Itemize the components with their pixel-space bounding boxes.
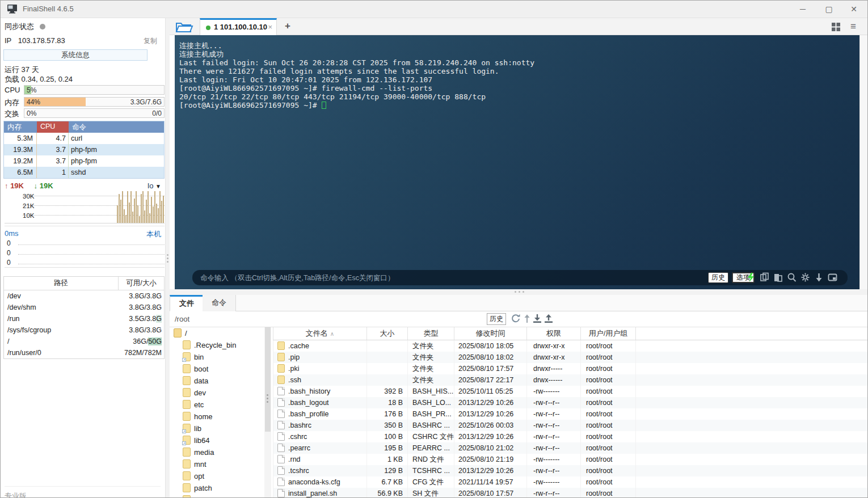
- process-table: 内存 CPU 命令 5.3M4.7curl 19.3M3.7php-fpm 19…: [3, 121, 165, 179]
- disk-row[interactable]: /run 3.5G/3.8G: [4, 313, 164, 324]
- file-row[interactable]: .tcshrc 129 B TCSHRC ... 2013/12/29 10:2…: [273, 465, 868, 476]
- copy-ip-button[interactable]: 复制: [144, 36, 157, 46]
- tree-item[interactable]: home: [170, 411, 264, 423]
- tree-item[interactable]: media: [170, 446, 264, 458]
- terminal-area: 连接主机...连接主机成功Last failed login: Sun Oct …: [170, 35, 868, 289]
- latency-row: 0: [5, 239, 165, 248]
- fullscreen-window-icon[interactable]: [828, 272, 837, 282]
- disk-row[interactable]: /run/user/0 782M/782M: [4, 347, 164, 358]
- file-row[interactable]: .bashrc 350 B BASHRC ... 2025/10/26 00:0…: [273, 420, 868, 431]
- new-tab-button[interactable]: +: [281, 19, 294, 33]
- quick-command-lightning-icon[interactable]: [746, 272, 756, 282]
- layout-grid-icon[interactable]: [831, 22, 842, 32]
- folder-icon: ↗: [183, 352, 191, 361]
- tree-item[interactable]: [170, 494, 264, 498]
- tree-item[interactable]: opt: [170, 470, 264, 482]
- tree-item-root[interactable]: /: [170, 327, 264, 339]
- meter-track: 5%: [24, 85, 165, 95]
- network-chart: 30K 21K 10K: [5, 192, 165, 223]
- process-row[interactable]: 19.3M3.7php-fpm: [4, 144, 164, 155]
- process-col-command[interactable]: 命令: [69, 121, 164, 133]
- file-row[interactable]: .cache 文件夹 2025/08/10 18:05 drwxr-xr-x r…: [273, 340, 868, 352]
- tree-item[interactable]: dev: [170, 387, 264, 399]
- minimize-button[interactable]: ─: [794, 2, 811, 16]
- file-col-header[interactable]: 权限: [527, 327, 581, 340]
- tree-item[interactable]: etc: [170, 399, 264, 411]
- menu-icon[interactable]: ≡: [848, 22, 859, 32]
- disk-col-path[interactable]: 路径: [4, 277, 119, 290]
- file-icon: [277, 455, 285, 463]
- file-row[interactable]: install_panel.sh 56.9 KB SH 文件 2025/08/1…: [273, 488, 868, 498]
- file-col-header[interactable]: 修改时间: [454, 327, 527, 340]
- tab-commands[interactable]: 命令: [203, 295, 236, 311]
- file-col-header[interactable]: 类型: [408, 327, 454, 340]
- tab-close-icon[interactable]: ×: [268, 23, 272, 31]
- download-icon[interactable]: [532, 314, 542, 324]
- refresh-icon[interactable]: [511, 314, 521, 324]
- command-input-bar[interactable]: 命令输入 （双击Ctrl切换,Alt历史,Tab路径/命令,Esc关闭窗口） 历…: [192, 270, 848, 285]
- down-arrow-icon: ↓ 19K: [34, 182, 53, 190]
- latency-host[interactable]: 本机: [146, 229, 161, 239]
- symlink-icon: ↗: [182, 441, 186, 445]
- tree-item[interactable]: data: [170, 375, 264, 387]
- tree-item[interactable]: ↗ bin: [170, 351, 264, 363]
- disk-row[interactable]: /sys/fs/cgroup 3.8G/3.8G: [4, 324, 164, 336]
- tree-item[interactable]: boot: [170, 363, 264, 375]
- tree-item[interactable]: ↗ lib64: [170, 434, 264, 446]
- file-row[interactable]: .bash_profile 176 B BASH_PR... 2013/12/2…: [273, 408, 868, 420]
- terminal-screen[interactable]: 连接主机...连接主机成功Last failed login: Sun Oct …: [175, 35, 859, 289]
- file-row[interactable]: .pip 文件夹 2025/08/10 18:02 drwxr-xr-x roo…: [273, 352, 868, 363]
- panel-splitter[interactable]: [170, 289, 868, 295]
- terminal-line: 连接主机成功: [179, 50, 534, 58]
- tree-item[interactable]: patch: [170, 482, 264, 494]
- process-row[interactable]: 19.2M3.7php-fpm: [4, 155, 164, 167]
- process-row[interactable]: 5.3M4.7curl: [4, 133, 164, 144]
- paste-icon[interactable]: [773, 272, 783, 282]
- sidebar-splitter[interactable]: [165, 18, 170, 498]
- up-directory-icon[interactable]: [522, 314, 532, 324]
- command-history-button[interactable]: 历史: [708, 272, 728, 283]
- path-history-button[interactable]: 历史: [487, 313, 506, 325]
- disk-col-size[interactable]: 可用/大小: [119, 277, 164, 290]
- file-row[interactable]: anaconda-ks.cfg 6.7 KB CFG 文件 2021/11/14…: [273, 476, 868, 488]
- process-row[interactable]: 6.5M1sshd: [4, 167, 164, 178]
- tree-item[interactable]: .Recycle_bin: [170, 339, 264, 351]
- tree-scrollbar[interactable]: [264, 327, 271, 498]
- disk-row[interactable]: /dev/shm 3.8G/3.8G: [4, 302, 164, 313]
- disk-row[interactable]: /dev 3.8G/3.8G: [4, 290, 164, 302]
- file-col-header[interactable]: 大小: [367, 327, 408, 340]
- io-selector-dropdown[interactable]: Io ▼: [148, 182, 161, 190]
- tab-files[interactable]: 文件: [170, 295, 204, 311]
- tree-item[interactable]: mnt: [170, 458, 264, 470]
- system-info-button[interactable]: 系统信息: [3, 49, 148, 61]
- file-row[interactable]: .ssh 文件夹 2025/08/17 22:17 drwx------ roo…: [273, 374, 868, 386]
- tree-scrollbar-thumb[interactable]: [265, 327, 271, 432]
- settings-gear-icon[interactable]: [800, 272, 810, 282]
- maximize-button[interactable]: ▢: [820, 2, 837, 16]
- file-row[interactable]: .bash_history 392 B BASH_HIS... 2025/10/…: [273, 386, 868, 397]
- file-icon: [277, 466, 285, 475]
- file-row[interactable]: .pki 文件夹 2025/08/10 17:57 drwxr----- roo…: [273, 363, 868, 374]
- close-button[interactable]: ✕: [845, 2, 862, 16]
- process-col-cpu[interactable]: CPU: [37, 121, 69, 133]
- file-row[interactable]: .bash_logout 18 B BASH_LO... 2013/12/29 …: [273, 397, 868, 408]
- ssh-session-tab[interactable]: 1 101.100.10.10 ×: [200, 18, 277, 35]
- open-connections-folder-icon[interactable]: [174, 20, 193, 33]
- folder-icon: [183, 448, 191, 457]
- disk-row[interactable]: / 36G/50G: [4, 336, 164, 347]
- file-row[interactable]: .pearrc 195 B PEARRC ... 2025/08/10 21:0…: [273, 442, 868, 454]
- tree-item[interactable]: ↗ lib: [170, 423, 264, 434]
- file-col-header[interactable]: 文件名∧: [273, 327, 367, 340]
- terminal-line: There were 121627 failed login attempts …: [179, 67, 534, 75]
- file-row[interactable]: .cshrc 100 B CSHRC 文件 2013/12/29 10:26 -…: [273, 431, 868, 442]
- file-row[interactable]: .rnd 1 KB RND 文件 2025/08/10 21:19 -rw---…: [273, 454, 868, 465]
- process-col-memory[interactable]: 内存: [4, 121, 37, 133]
- latency-row: 0: [5, 259, 165, 268]
- copy-icon[interactable]: [760, 272, 769, 282]
- current-path-input[interactable]: /root: [175, 315, 189, 323]
- search-icon[interactable]: [787, 272, 797, 282]
- upload-icon[interactable]: [543, 314, 554, 324]
- scroll-down-icon[interactable]: [814, 272, 824, 282]
- terminal-scrollbar[interactable]: [859, 35, 868, 289]
- file-col-header[interactable]: 用户/用户组: [581, 327, 636, 340]
